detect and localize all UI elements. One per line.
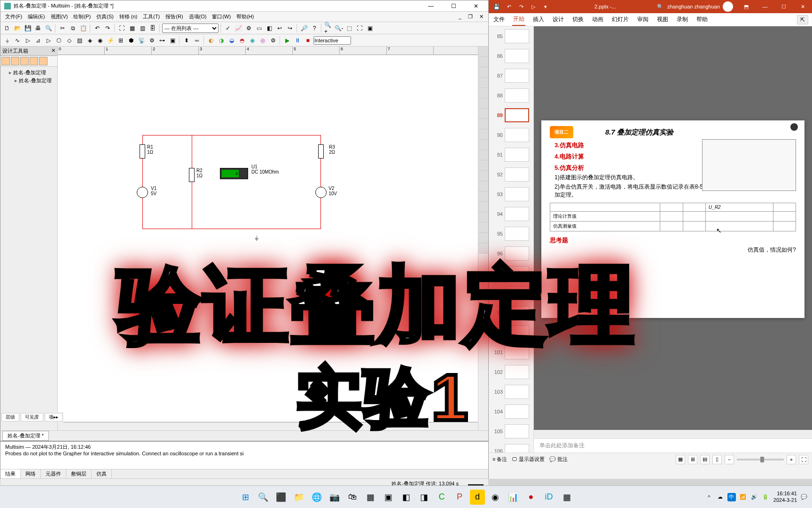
- menu-transfer[interactable]: 转移 (n): [117, 13, 141, 20]
- thumbnail-slide[interactable]: 93: [489, 184, 533, 204]
- source-v2[interactable]: [315, 187, 327, 198]
- output-tab-components[interactable]: 元器件: [41, 469, 66, 478]
- slide-editor[interactable]: 项目二 8.7 叠加定理仿真实验 3.仿真电路 4.电路计算 5.仿真分析 1)…: [541, 120, 804, 318]
- zoom-slider[interactable]: [737, 459, 784, 460]
- ribbon-home[interactable]: 开始: [512, 13, 525, 26]
- component2-icon[interactable]: ▥: [138, 24, 147, 33]
- probe-p-icon[interactable]: ◒: [227, 36, 236, 45]
- thumbnail-slide[interactable]: 100: [489, 323, 533, 342]
- menu-tools[interactable]: 工具(T): [140, 13, 163, 20]
- instrument-spectrum-icon[interactable]: [478, 171, 488, 181]
- close-button[interactable]: ✕: [793, 0, 812, 13]
- output-tab-results[interactable]: 结果: [0, 469, 21, 478]
- probe-i-icon[interactable]: ◑: [217, 36, 226, 45]
- ultiboard-icon[interactable]: ◧: [265, 24, 274, 33]
- misc-icon[interactable]: ⊞: [116, 36, 125, 45]
- mdi-close[interactable]: ✕: [476, 14, 486, 20]
- back-annotate-icon[interactable]: ↩: [275, 24, 284, 33]
- print-icon[interactable]: 🖶: [33, 24, 43, 33]
- status-notes[interactable]: ≡ 备注: [492, 456, 507, 463]
- sim-mode-field[interactable]: [313, 36, 351, 45]
- instrument-conv-icon[interactable]: [478, 140, 488, 150]
- powerpoint-icon[interactable]: P: [452, 490, 467, 505]
- zoom-area-icon[interactable]: ⬚: [344, 24, 354, 33]
- transistor-icon[interactable]: ⊿: [33, 36, 43, 45]
- rf-icon[interactable]: 📡: [137, 36, 146, 45]
- analog-icon[interactable]: ▷: [44, 36, 53, 45]
- grapher-icon[interactable]: 📈: [234, 24, 243, 33]
- zoom-in-icon[interactable]: 🔍+: [324, 24, 333, 33]
- avatar[interactable]: [723, 1, 733, 12]
- search-icon[interactable]: 🔍: [657, 4, 664, 10]
- tree-item[interactable]: 姓名-叠加定理: [2, 69, 55, 77]
- power-icon[interactable]: ⚡: [106, 36, 115, 45]
- menu-edit[interactable]: 编辑(E): [25, 13, 48, 20]
- cmos-icon[interactable]: ◇: [64, 36, 74, 45]
- menu-view[interactable]: 视图(V): [48, 13, 71, 20]
- start-button[interactable]: ⊞: [238, 490, 253, 505]
- zoom-fit-icon[interactable]: ⛶: [799, 455, 808, 464]
- instrument-tek-icon[interactable]: [478, 212, 488, 222]
- thumbnail-slide[interactable]: 88: [489, 86, 533, 105]
- toolbox-icon-4[interactable]: [30, 57, 38, 65]
- ribbon-slideshow[interactable]: 幻灯片: [611, 14, 630, 25]
- mixed-icon[interactable]: ◈: [85, 36, 94, 45]
- thumbnail-slide[interactable]: 95: [489, 224, 533, 244]
- thumbnail-slide[interactable]: 90: [489, 125, 533, 145]
- edge-icon[interactable]: 🌐: [309, 490, 324, 505]
- thumbnail-slide[interactable]: 106: [489, 441, 533, 452]
- slide-thumbnails[interactable]: 8586878889909192939495969798991001011021…: [489, 26, 534, 452]
- output-tab-copper[interactable]: 敷铜层: [66, 469, 92, 478]
- taskbar-clock[interactable]: 16:16:41 2024-3-21: [773, 491, 797, 503]
- app-icon[interactable]: ◨: [416, 490, 431, 505]
- open-icon[interactable]: 📂: [13, 24, 22, 33]
- ribbon-transitions[interactable]: 切换: [571, 14, 585, 25]
- mdi-restore[interactable]: ❐: [465, 14, 476, 20]
- bus-icon[interactable]: ═: [192, 36, 202, 45]
- thumbnail-slide[interactable]: 86: [489, 46, 533, 66]
- zoom-fit-icon[interactable]: ⛶: [355, 24, 364, 33]
- ribbon-help[interactable]: 帮助: [695, 14, 709, 25]
- output-tab-nets[interactable]: 网络: [21, 469, 41, 478]
- tray-ime-icon[interactable]: 中: [727, 493, 736, 501]
- instrument-scope4-icon[interactable]: [478, 88, 488, 98]
- instrument-elvis-icon[interactable]: [478, 233, 488, 243]
- app-icon[interactable]: 📊: [506, 490, 521, 505]
- instrument-multimeter-icon[interactable]: [478, 47, 488, 57]
- view-slideshow-icon[interactable]: ▯: [712, 455, 722, 464]
- hierarchy-icon[interactable]: ⬍: [182, 36, 191, 45]
- instrument-freq-icon[interactable]: [478, 109, 488, 119]
- pen-icon[interactable]: [790, 123, 798, 131]
- stop-button[interactable]: ■: [303, 36, 312, 45]
- electromech-icon[interactable]: ⚙: [147, 36, 156, 45]
- preview-icon[interactable]: 🔍: [44, 24, 53, 33]
- taskview-icon[interactable]: ⬛: [273, 490, 289, 505]
- tray-chevron-icon[interactable]: ^: [705, 493, 713, 501]
- maximize-button[interactable]: ☐: [774, 0, 793, 13]
- ppt-titlebar[interactable]: 💾 ↶ ↷ ▷ ▾ 2.pptx -... 🔍 zhanghuan zhangh…: [489, 0, 812, 13]
- ribbon-mode-icon[interactable]: ⬒: [737, 0, 756, 13]
- indicator-icon[interactable]: ◉: [95, 36, 105, 45]
- toolbox-icon-1[interactable]: [1, 57, 10, 65]
- multisim-titlebar[interactable]: 姓名-叠加定理 - Multisim - [姓名-叠加定理 *] — ☐ ✕: [0, 0, 488, 12]
- minimize-button[interactable]: —: [422, 1, 439, 11]
- app-icon[interactable]: ▣: [381, 490, 396, 505]
- app-icon[interactable]: ◧: [398, 490, 414, 505]
- view-sorter-icon[interactable]: ⊞: [688, 455, 697, 464]
- menu-window[interactable]: 窗口(W): [209, 13, 234, 20]
- design-tree[interactable]: 姓名-叠加定理 姓名-叠加定理: [0, 67, 57, 87]
- instrument-wordgen-icon[interactable]: [478, 119, 488, 129]
- status-comments[interactable]: 💬 批注: [549, 456, 568, 463]
- notifications-icon[interactable]: 💬: [801, 494, 807, 500]
- menu-options[interactable]: 选项(O): [186, 13, 210, 20]
- undo-icon[interactable]: ↶: [505, 2, 513, 11]
- multisim-taskbar-icon[interactable]: ▦: [559, 490, 574, 505]
- thumbnail-slide[interactable]: 87: [489, 66, 533, 86]
- pause-button[interactable]: ⏸: [293, 36, 302, 45]
- diode-icon[interactable]: ▷: [23, 36, 32, 45]
- instrument-distort-icon[interactable]: [478, 160, 488, 171]
- tray-battery-icon[interactable]: 🔋: [761, 493, 770, 501]
- ground-symbol[interactable]: ⏚: [253, 234, 260, 241]
- thumbnail-slide[interactable]: 91: [489, 145, 533, 165]
- instrument-agilent2-icon[interactable]: [478, 202, 488, 212]
